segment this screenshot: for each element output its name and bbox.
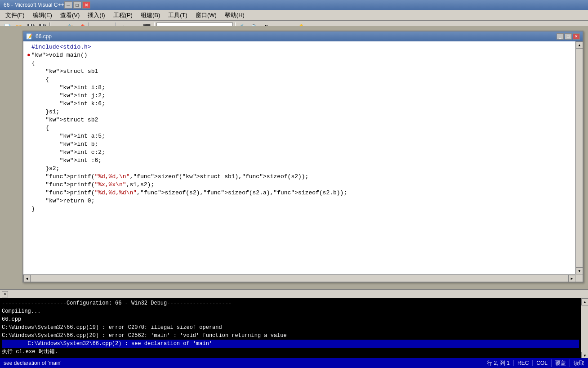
output-vertical-scrollbar[interactable]: ▲ ▼ [581,298,588,359]
output-line: Compiling... [2,307,579,315]
output-line: 66.cpp [2,315,579,323]
menu-edit[interactable]: 编辑(E) [29,10,56,20]
output-header: ✕ [0,290,588,298]
title-bar: 66 - Microsoft Visual C++ ─ □ ✕ [0,0,588,10]
code-line: "kw">int :6; [27,157,572,165]
code-line: "kw">int j:2; [27,92,572,100]
scroll-up-btn[interactable]: ▲ [576,41,583,49]
close-button[interactable]: ✕ [82,1,90,9]
main-area: 📝 66.cpp _ □ ✕ #include<stdio.h>●"kw">vo… [0,26,588,368]
scroll-right-btn[interactable]: ► [568,275,575,282]
code-editor[interactable]: #include<stdio.h>●"kw">void main(){ "kw"… [23,41,575,274]
status-readonly: 读取 [570,359,588,367]
status-rec: REC [513,360,532,366]
code-line: }s2; [27,165,572,173]
menu-view[interactable]: 查看(V) [57,10,83,20]
app-title: 66 - Microsoft Visual C++ [4,2,64,8]
code-line: "kw">return 0; [27,197,572,205]
output-content: --------------------Configuration: 66 - … [0,298,581,359]
scroll-left-btn[interactable]: ◄ [23,275,31,282]
output-panel: ✕ --------------------Configuration: 66 … [0,289,588,368]
editor-window-buttons: _ □ ✕ [557,33,580,40]
code-line: "kw">int a:5; [27,132,572,140]
editor-filename: 66.cpp [36,33,557,40]
code-line: "kw">int k:6; [27,100,572,108]
title-buttons: ─ □ ✕ [64,1,90,9]
menu-bar: 文件(F) 编辑(E) 查看(V) 插入(I) 工程(P) 组建(B) 工具(T… [0,10,588,21]
code-line: "kw">struct sb2 [27,116,572,124]
code-line: "func">printf("%d,%d,%d\n","func">sizeof… [27,189,572,197]
output-line: --------------------Configuration: 66 - … [2,299,579,307]
code-line: { [27,124,572,132]
editor-vertical-scrollbar[interactable]: ▲ ▼ [575,41,583,274]
status-bar: see declaration of 'main' 行 2, 列 1 REC C… [0,358,588,368]
editor-minimize[interactable]: _ [557,33,564,40]
menu-insert[interactable]: 插入(I) [84,10,108,20]
code-line: "func">printf("%x,%x\n",s1,s2); [27,181,572,189]
output-close-btn[interactable]: ✕ [2,291,8,297]
output-line: C:\Windows\System32\66.cpp(20) : error C… [2,332,579,340]
scroll-down-btn[interactable]: ▼ [576,267,583,274]
code-line: } [27,205,572,213]
code-line: { [27,59,572,67]
menu-window[interactable]: 窗口(W) [192,10,220,20]
editor-horizontal-scrollbar[interactable]: ◄ ► [23,274,575,282]
editor-close[interactable]: ✕ [573,33,580,40]
code-line: }s1; [27,108,572,116]
code-line: ●"kw">void main() [27,51,572,59]
output-line: C:\Windows\System32\66.cpp(19) : error C… [2,323,579,332]
status-message: see declaration of 'main' [0,360,483,366]
menu-build[interactable]: 组建(B) [137,10,164,20]
file-icon: 📝 [26,33,33,40]
code-line: "func">printf("%d,%d,\n","func">sizeof("… [27,173,572,181]
editor-window: 📝 66.cpp _ □ ✕ #include<stdio.h>●"kw">vo… [22,31,584,283]
output-scroll-up[interactable]: ▲ [581,298,588,305]
editor-maximize[interactable]: □ [565,33,572,40]
code-line: "kw">struct sb1 [27,67,572,76]
editor-title-bar: 📝 66.cpp _ □ ✕ [23,31,583,41]
code-line: { [27,76,572,84]
minimize-button[interactable]: ─ [64,1,72,9]
code-line: "kw">int i:8; [27,84,572,92]
code-line: #include<stdio.h> [27,43,572,51]
code-line: "kw">int c:2; [27,148,572,157]
status-overwrite: 覆盖 [551,359,570,367]
status-position: 行 2, 列 1 [483,359,513,367]
menu-help[interactable]: 帮助(H) [221,10,248,20]
output-line-highlighted: C:\Windows\System32\66.cpp(2) : see decl… [2,340,579,348]
maximize-button[interactable]: □ [73,1,81,9]
menu-project[interactable]: 工程(P) [110,10,136,20]
menu-file[interactable]: 文件(F) [2,10,28,20]
code-line: "kw">int b; [27,140,572,148]
menu-tools[interactable]: 工具(T) [165,10,191,20]
output-line: 执行 cl.exe 时出错. [2,348,579,356]
status-col: COL [532,360,551,366]
